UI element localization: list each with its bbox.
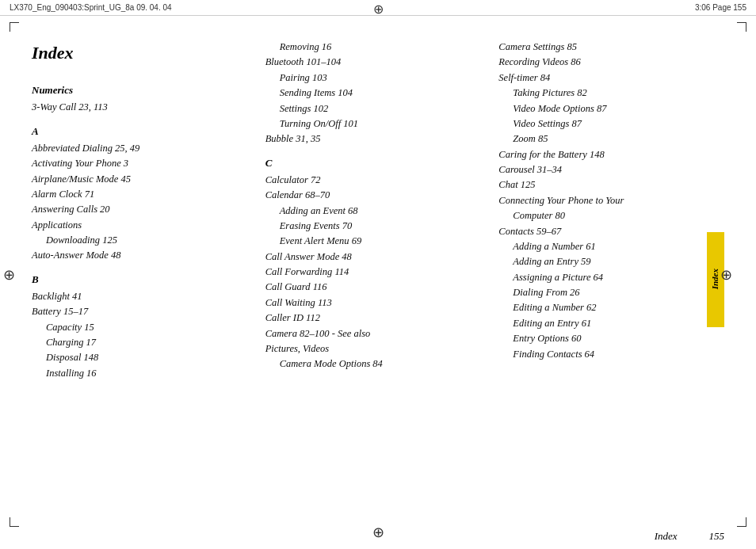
entry-alarm-clock: Alarm Clock 71 [32,187,250,202]
crosshair-right: ⊕ [720,266,732,284]
entry-call-forwarding: Call Forwarding 114 [265,265,483,280]
entry-airplane-music: Airplane/Music Mode 45 [32,172,250,187]
entry-assigning-picture: Assigning a Picture 64 [498,270,716,285]
header-left: LX370_Eng_090403:Sprint_UG_8a 09. 04. 04 [10,3,172,12]
entry-auto-answer: Auto-Answer Mode 48 [32,248,250,263]
crosshair-bottom: ⊕ [372,524,384,541]
entry-downloading: Downloading 125 [32,233,250,248]
column-1: Index Numerics 3-Way Call 23, 113 A Abbr… [32,40,258,519]
entry-pairing: Pairing 103 [265,71,483,86]
entry-video-mode-options: Video Mode Options 87 [498,101,716,116]
section-a: A [32,124,250,139]
footer-page: 155 [709,530,725,543]
entry-editing-number: Editing a Number 62 [498,300,716,315]
entry-self-timer: Self-timer 84 [498,71,716,86]
entry-call-waiting: Call Waiting 113 [265,295,483,311]
entry-event-alert: Event Alert Menu 69 [265,234,483,249]
entry-charging: Charging 17 [32,335,250,350]
entry-connecting-phone: Connecting Your Phone to Your [498,193,716,208]
entry-dialing-from: Dialing From 26 [498,285,716,300]
entry-bluetooth: Bluetooth 101–104 [265,55,483,70]
entry-camera-mode-options: Camera Mode Options 84 [265,356,483,372]
header-crosshair: ⊕ [373,2,384,17]
entry-bubble: Bubble 31, 35 [265,132,483,147]
entry-camera-settings: Camera Settings 85 [498,40,716,55]
entry-abbreviated-dialing: Abbreviated Dialing 25, 49 [32,141,250,156]
entry-carousel: Carousel 31–34 [498,162,716,177]
entry-contacts: Contacts 59–67 [498,224,716,239]
header-right: 3:06 Page 155 [695,3,746,12]
entry-sending-items: Sending Items 104 [265,86,483,101]
entry-installing: Installing 16 [32,366,250,381]
header-bar: LX370_Eng_090403:Sprint_UG_8a 09. 04. 04… [0,0,756,16]
entry-taking-pictures: Taking Pictures 82 [498,86,716,101]
entry-editing-entry: Editing an Entry 61 [498,316,716,331]
entry-calculator: Calculator 72 [265,173,483,188]
entry-3waycall: 3-Way Call 23, 113 [32,100,250,115]
entry-applications: Applications [32,218,250,233]
entry-finding-contacts: Finding Contacts 64 [498,347,716,362]
entry-pictures-videos: Pictures, Videos [265,341,483,356]
column-3: Camera Settings 85 Recording Videos 86 S… [491,40,724,519]
section-b: B [32,272,250,288]
entry-recording-videos: Recording Videos 86 [498,55,716,70]
entry-chat: Chat 125 [498,177,716,193]
entry-battery: Battery 15–17 [32,304,250,319]
entry-caller-id: Caller ID 112 [265,311,483,326]
section-numerics: Numerics [32,82,250,98]
entry-turning-onoff: Turning On/Off 101 [265,116,483,132]
entry-call-guard: Call Guard 116 [265,280,483,295]
column-2: Removing 16 Bluetooth 101–104 Pairing 10… [258,40,491,519]
entry-activating-phone: Activating Your Phone 3 [32,156,250,171]
footer-label: Index [655,530,678,543]
entry-zoom: Zoom 85 [498,132,716,147]
entry-entry-options: Entry Options 60 [498,331,716,346]
entry-adding-entry: Adding an Entry 59 [498,254,716,269]
entry-call-answer-mode: Call Answer Mode 48 [265,250,483,265]
entry-settings: Settings 102 [265,101,483,116]
index-title: Index [32,40,250,67]
entry-capacity: Capacity 15 [32,320,250,335]
entry-camera: Camera 82–100 - See also [265,326,483,341]
content-area: Index Numerics 3-Way Call 23, 113 A Abbr… [0,16,756,527]
section-c: C [265,155,483,171]
entry-erasing-events: Erasing Events 70 [265,219,483,234]
entry-disposal: Disposal 148 [32,350,250,365]
entry-backlight: Backlight 41 [32,289,250,304]
entry-adding-event: Adding an Event 68 [265,204,483,219]
entry-answering-calls: Answering Calls 20 [32,202,250,217]
entry-video-settings: Video Settings 87 [498,116,716,132]
entry-calendar: Calendar 68–70 [265,188,483,203]
entry-adding-number: Adding a Number 61 [498,239,716,254]
entry-caring-battery: Caring for the Battery 148 [498,147,716,162]
page: LX370_Eng_090403:Sprint_UG_8a 09. 04. 04… [0,0,756,549]
entry-computer: Computer 80 [498,208,716,223]
entry-removing: Removing 16 [265,40,483,55]
